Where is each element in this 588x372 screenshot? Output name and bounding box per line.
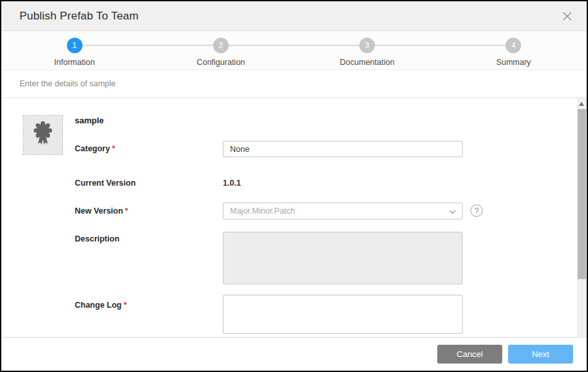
scrollbar-thumb[interactable] xyxy=(578,109,586,279)
step-3-circle: 3 xyxy=(359,38,375,53)
step-configuration[interactable]: 2 Configuration xyxy=(147,38,294,69)
next-button[interactable]: Next xyxy=(508,345,573,364)
step-documentation[interactable]: 3 Documentation xyxy=(294,38,441,69)
new-version-input[interactable] xyxy=(224,203,449,219)
step-3-label: Documentation xyxy=(340,58,394,67)
change-log-label: Change Log* xyxy=(75,301,127,310)
current-version-label: Current Version xyxy=(75,179,136,188)
prefab-thumbnail[interactable] xyxy=(23,115,63,155)
step-2-circle: 2 xyxy=(213,38,229,53)
rosette-badge-icon xyxy=(30,121,56,149)
dialog-header: Publish Prefab To Team xyxy=(1,1,587,31)
new-version-label: New Version* xyxy=(75,206,128,216)
wizard-stepper: 1 Information 2 Configuration 3 Document… xyxy=(1,31,587,70)
asset-name: sample xyxy=(75,116,104,125)
category-input[interactable] xyxy=(223,141,463,157)
vertical-scrollbar[interactable] xyxy=(577,98,587,337)
cancel-button[interactable]: Cancel xyxy=(437,345,502,364)
chevron-down-icon xyxy=(449,205,456,217)
step-summary[interactable]: 4 Summary xyxy=(441,38,587,69)
publish-prefab-dialog: Publish Prefab To Team 1 Information 2 C… xyxy=(0,0,588,372)
required-asterisk: * xyxy=(125,206,128,216)
form-content: sample Category* Current Version 1.0.1 N… xyxy=(1,98,587,337)
subtitle-bar: Enter the details of sample xyxy=(1,70,587,98)
description-textarea xyxy=(223,232,463,284)
step-1-circle: 1 xyxy=(67,38,83,53)
required-asterisk: * xyxy=(112,144,115,153)
step-4-label: Summary xyxy=(496,58,531,67)
help-icon[interactable]: ? xyxy=(470,205,483,217)
scroll-up-icon[interactable] xyxy=(579,102,584,106)
category-label: Category* xyxy=(75,144,115,153)
new-version-select[interactable] xyxy=(223,203,463,219)
change-log-textarea[interactable] xyxy=(223,295,463,334)
dialog-footer: Cancel Next xyxy=(1,337,587,371)
step-1-label: Information xyxy=(54,58,95,67)
close-icon[interactable] xyxy=(561,10,574,23)
step-information[interactable]: 1 Information xyxy=(1,38,147,69)
step-2-label: Configuration xyxy=(197,58,245,67)
dialog-title: Publish Prefab To Team xyxy=(19,10,561,23)
current-version-value: 1.0.1 xyxy=(223,179,241,188)
description-label: Description xyxy=(75,234,120,243)
step-4-circle: 4 xyxy=(505,38,521,53)
subtitle-text: Enter the details of sample xyxy=(19,79,116,88)
required-asterisk: * xyxy=(123,301,127,310)
